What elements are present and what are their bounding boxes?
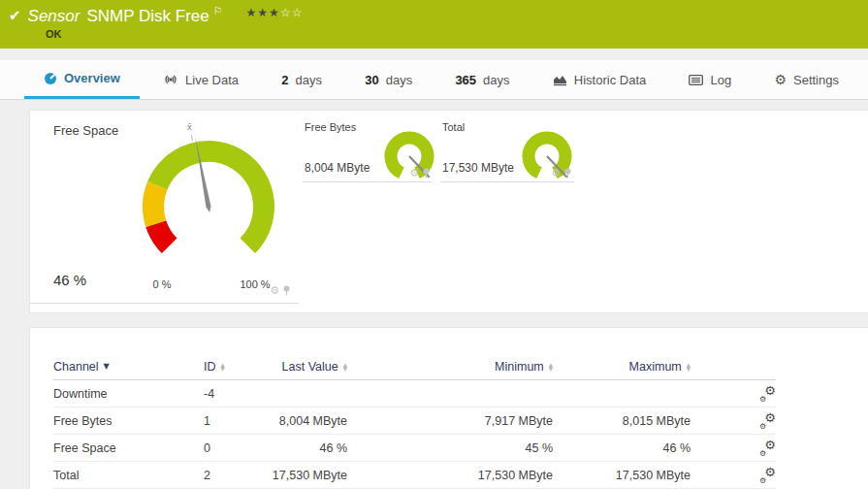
minimum: 7,917 MByte <box>347 414 553 428</box>
column-header-id[interactable]: ID ▲▼ <box>204 360 262 374</box>
stars-empty: ☆☆ <box>280 6 304 19</box>
channel-name: Total <box>53 469 204 482</box>
table-row-free-bytes[interactable]: Free Bytes 1 8,004 MByte 7,917 MByte 8,0… <box>53 408 776 435</box>
channel-settings-icon[interactable]: ⚙⚙ <box>759 386 776 401</box>
channel-name: Free Space <box>53 441 204 455</box>
sort-desc-icon: ▼ <box>104 363 110 371</box>
table-row-total[interactable]: Total 2 17,530 MByte 17,530 MByte 17,530… <box>53 462 776 489</box>
gauge-title: Total <box>442 121 465 133</box>
pin-icon[interactable] <box>422 168 431 179</box>
channel-name: Free Bytes <box>53 414 204 428</box>
tab-number: 365 <box>455 73 476 87</box>
free-bytes-gauge-card: Free Bytes 8,004 MByte ⚙ <box>303 111 433 182</box>
channel-id: 1 <box>204 414 262 428</box>
maximum: 17,530 MByte <box>553 469 691 482</box>
flag-icon[interactable]: ⚐ <box>213 5 223 18</box>
status-badge: OK <box>46 28 62 40</box>
table-header-row: Channel ▼ ID ▲▼ Last Value ▲▼ Minimum ▲▼… <box>53 354 776 380</box>
tab-label: days <box>386 73 412 87</box>
channel-settings-icon[interactable]: ⚙⚙ <box>759 413 776 428</box>
gauge-max-label: 100 % <box>240 278 270 290</box>
gauge-icon <box>44 72 57 85</box>
channel-settings-icon[interactable]: ⚙⚙ <box>759 468 776 482</box>
column-label: Last Value <box>282 360 338 374</box>
status-check-icon: ✔ <box>9 7 21 24</box>
pin-icon[interactable] <box>563 168 572 179</box>
tab-label: Overview <box>64 71 120 85</box>
tab-log[interactable]: Log <box>669 60 751 99</box>
gear-icon[interactable]: ⚙ <box>409 168 419 179</box>
maximum: 46 % <box>553 441 691 455</box>
gear-icon[interactable]: ⚙ <box>551 168 561 179</box>
tab-historic-data[interactable]: Historic Data <box>533 60 665 99</box>
tab-2-days[interactable]: 2 days <box>262 60 341 99</box>
last-value: 8,004 MByte <box>262 414 347 428</box>
tab-label: Live Data <box>185 73 239 87</box>
tab-365-days[interactable]: 365 days <box>435 60 529 99</box>
gauge-value: 8,004 MByte <box>305 161 370 175</box>
channel-settings-icon[interactable]: ⚙⚙ <box>759 440 776 455</box>
column-label: Minimum <box>495 360 544 374</box>
channel-id: -4 <box>204 387 262 401</box>
gear-icon: ⚙ <box>774 73 787 86</box>
column-header-channel[interactable]: Channel ▼ <box>53 360 204 374</box>
last-value: 46 % <box>262 441 347 455</box>
last-value: 17,530 MByte <box>262 469 347 482</box>
total-gauge-card: Total 17,530 MByte ⚙ <box>440 111 574 182</box>
tab-bar: Overview Live Data 2 days 30 days 365 da… <box>0 60 868 100</box>
live-data-icon <box>163 73 178 86</box>
tab-label: Historic Data <box>574 73 646 87</box>
channels-table: Channel ▼ ID ▲▼ Last Value ▲▼ Minimum ▲▼… <box>53 354 776 489</box>
svg-text:x̄: x̄ <box>187 122 193 132</box>
channel-id: 2 <box>204 469 262 482</box>
tab-overview[interactable]: Overview <box>24 60 140 99</box>
channel-name: Downtime <box>53 387 204 401</box>
minimum: 45 % <box>347 441 553 455</box>
tab-30-days[interactable]: 30 days <box>345 60 432 99</box>
column-label: ID <box>204 360 216 374</box>
gauge-value: 17,530 MByte <box>442 161 514 175</box>
stars-filled: ★★★ <box>246 6 280 19</box>
gauge-value: 46 % <box>53 272 86 288</box>
tab-live-data[interactable]: Live Data <box>144 60 258 99</box>
log-icon <box>689 75 703 85</box>
maximum: 8,015 MByte <box>553 414 691 428</box>
column-label: Maximum <box>629 360 682 374</box>
channel-id: 0 <box>204 441 262 455</box>
column-header-last-value[interactable]: Last Value ▲▼ <box>262 360 347 374</box>
sort-icon: ▲▼ <box>221 363 225 372</box>
table-row-free-space[interactable]: Free Space 0 46 % 45 % 46 % ⚙⚙ <box>53 435 776 462</box>
tab-settings[interactable]: ⚙ Settings <box>755 60 858 99</box>
table-row-downtime[interactable]: Downtime -4 ⚙⚙ <box>53 380 776 408</box>
tab-label: days <box>483 73 509 87</box>
minimum: 17,530 MByte <box>347 469 553 482</box>
gauge-title: Free Bytes <box>305 121 356 133</box>
gear-icon[interactable]: ⚙ <box>270 285 279 296</box>
tab-label: Settings <box>793 73 839 87</box>
channels-panel: Channel ▼ ID ▲▼ Last Value ▲▼ Minimum ▲▼… <box>29 327 868 489</box>
gauges-panel: Free Space x̄ 0 % 100 % 46 % ⚙ Free Byte… <box>29 110 868 313</box>
sensor-title: SNMP Disk Free <box>86 5 209 28</box>
column-label: Channel <box>53 360 99 374</box>
tab-label: Log <box>710 73 731 87</box>
prtg-sensor-page: ✔ Sensor SNMP Disk Free ⚐ ★★★☆☆ OK Overv… <box>0 0 868 489</box>
priority-stars[interactable]: ★★★☆☆ <box>246 5 304 20</box>
chart-icon <box>553 74 567 86</box>
sensor-header: ✔ Sensor SNMP Disk Free ⚐ ★★★☆☆ OK <box>0 0 868 49</box>
free-space-gauge: x̄ <box>107 114 310 260</box>
tab-number: 2 <box>281 73 288 87</box>
sensor-type-label: Sensor <box>28 5 80 28</box>
tab-number: 30 <box>365 73 378 87</box>
column-header-maximum[interactable]: Maximum ▲▼ <box>553 360 691 374</box>
tab-label: days <box>295 73 321 87</box>
pin-icon[interactable] <box>282 285 291 296</box>
column-header-minimum[interactable]: Minimum ▲▼ <box>347 360 553 374</box>
free-space-gauge-card: Free Space x̄ 0 % 100 % 46 % ⚙ <box>30 111 299 304</box>
gauge-min-label: 0 % <box>153 278 172 290</box>
sort-icon: ▲▼ <box>687 363 691 372</box>
